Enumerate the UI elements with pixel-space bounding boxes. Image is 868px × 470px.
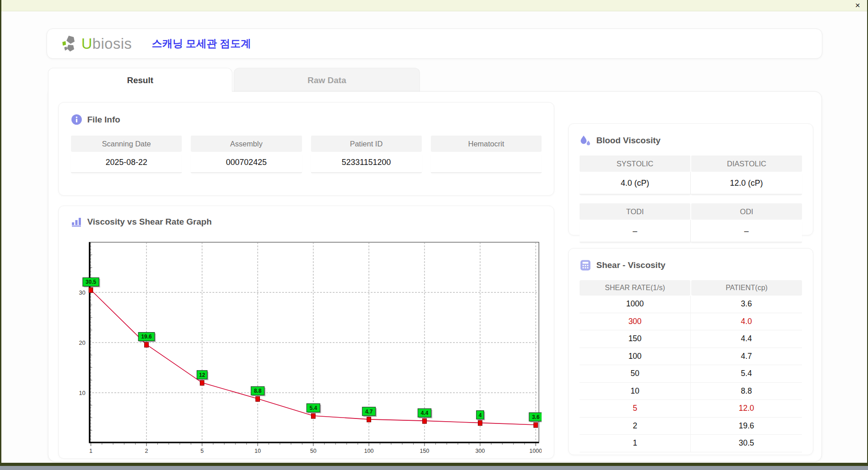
svg-text:8.8: 8.8 (254, 388, 262, 394)
file-info-field: Hematocrit (431, 136, 542, 173)
bv-header-row: SYSTOLICDIASTOLIC (580, 155, 802, 172)
bv-value-row: 4.0 (cP)12.0 (cP) (580, 172, 802, 194)
info-icon (71, 114, 82, 125)
calculator-icon (580, 259, 591, 271)
table-row: 100 4.7 (580, 348, 802, 366)
logo-text-u: U (81, 35, 92, 52)
bv-header: DIASTOLIC (691, 155, 802, 172)
app-window: × Ubiosis 스캐닝 모세관 점도계 Result Raw Data (0, 0, 868, 466)
shear-rate-cell: 150 (580, 330, 691, 348)
shear-rate-cell: 1 (580, 435, 691, 452)
patient-cell: 30.5 (691, 435, 802, 452)
file-info-field: Scanning Date 2025-08-22 (71, 136, 182, 173)
logo-leaf-icon (61, 34, 80, 54)
svg-text:4: 4 (479, 412, 482, 418)
bv-value: – (580, 220, 691, 242)
shear-col-header: SHEAR RATE(1/s) (580, 280, 690, 296)
graph-title: Viscosity vs Shear Rate Graph (87, 217, 212, 227)
bv-header: SYSTOLIC (580, 155, 690, 172)
graph-panel: Viscosity vs Shear Rate Graph 1251050100… (58, 206, 554, 459)
tab-raw-data[interactable]: Raw Data (234, 68, 420, 92)
file-info-title: File Info (87, 115, 120, 125)
shear-rate-cell: 300 (580, 313, 691, 330)
file-info-panel: File Info Scanning Date 2025-08-22 Assem… (58, 102, 554, 196)
tab-result[interactable]: Result (48, 68, 232, 92)
svg-text:5.4: 5.4 (310, 405, 317, 411)
svg-text:150: 150 (420, 448, 429, 454)
svg-text:50: 50 (310, 448, 316, 454)
table-row: 1000 3.6 (580, 296, 802, 313)
svg-text:4.4: 4.4 (421, 410, 429, 416)
svg-text:30: 30 (79, 289, 85, 296)
bv-header: TODI (580, 203, 690, 220)
svg-text:100: 100 (364, 448, 374, 454)
svg-text:20: 20 (79, 339, 85, 346)
field-value: 52331151200 (311, 152, 422, 173)
ubiosis-logo: Ubiosis (61, 34, 132, 54)
file-info-grid: Scanning Date 2025-08-22 Assembly 000702… (71, 136, 542, 173)
svg-text:1: 1 (90, 448, 93, 454)
blood-viscosity-title: Blood Viscosity (596, 136, 660, 146)
patient-cell: 4.4 (691, 330, 802, 348)
bv-value-row: –– (580, 220, 802, 242)
patient-cell: 3.6 (691, 296, 802, 313)
svg-text:10: 10 (255, 448, 261, 454)
titlebar: × (1, 0, 867, 11)
shear-rate-cell: 100 (580, 348, 691, 365)
shear-viscosity-panel: Shear - Viscosity SHEAR RATE(1/s) PATIEN… (568, 248, 813, 455)
bar-chart-icon (71, 216, 82, 227)
result-content: File Info Scanning Date 2025-08-22 Assem… (48, 91, 822, 462)
patient-cell: 4.7 (691, 348, 802, 365)
field-label: Scanning Date (71, 136, 182, 152)
patient-cell: 12.0 (691, 400, 802, 417)
table-row: 1 30.5 (580, 435, 802, 452)
file-info-field: Patient ID 52331151200 (311, 136, 422, 173)
shear-rate-cell: 2 (580, 418, 691, 435)
svg-text:4.7: 4.7 (365, 409, 373, 415)
header: Ubiosis 스캐닝 모세관 점도계 (47, 28, 822, 59)
field-label: Hematocrit (431, 136, 542, 152)
patient-col-header: PATIENT(cp) (691, 280, 802, 296)
logo-text: Ubiosis (81, 35, 132, 52)
field-value: 000702425 (191, 152, 302, 173)
table-row: 50 5.4 (580, 365, 802, 383)
svg-text:12: 12 (199, 372, 205, 378)
shear-rate-cell: 10 (580, 383, 691, 400)
table-row: 2 19.6 (580, 418, 802, 435)
patient-cell: 4.0 (691, 313, 802, 330)
svg-text:300: 300 (476, 448, 485, 454)
shear-viscosity-title: Shear - Viscosity (596, 260, 665, 270)
field-label: Patient ID (311, 136, 422, 152)
svg-text:3.6: 3.6 (532, 414, 540, 420)
field-label: Assembly (191, 136, 302, 152)
svg-text:5: 5 (201, 448, 204, 454)
svg-text:1000: 1000 (529, 448, 542, 454)
patient-cell: 19.6 (691, 418, 802, 435)
patient-cell: 5.4 (691, 365, 802, 382)
close-icon[interactable]: × (853, 0, 863, 10)
table-row: 150 4.4 (580, 330, 802, 348)
bv-header-row: TODIODI (580, 203, 802, 220)
svg-text:30.5: 30.5 (85, 279, 96, 285)
page-title: 스캐닝 모세관 점도계 (152, 37, 251, 51)
table-row: 5 12.0 (580, 400, 802, 418)
patient-cell: 8.8 (691, 383, 802, 400)
svg-text:10: 10 (79, 390, 85, 396)
shear-table-body: 1000 3.6 300 4.0 150 4.4 100 4.7 50 5.4 … (580, 296, 802, 452)
field-value: 2025-08-22 (71, 152, 182, 173)
table-row: 10 8.8 (580, 383, 802, 400)
svg-text:2: 2 (145, 448, 148, 454)
shear-table-header: SHEAR RATE(1/s) PATIENT(cp) (580, 280, 802, 296)
blood-viscosity-panel: Blood Viscosity SYSTOLICDIASTOLIC 4.0 (c… (568, 123, 813, 235)
bv-value: 12.0 (cP) (691, 172, 802, 194)
svg-text:19.6: 19.6 (141, 334, 152, 340)
bv-value: 4.0 (cP) (580, 172, 691, 194)
field-value (431, 152, 542, 173)
shear-rate-cell: 5 (580, 400, 691, 417)
file-info-field: Assembly 000702425 (191, 136, 302, 173)
bv-value: – (691, 220, 802, 242)
shear-rate-cell: 50 (580, 365, 691, 382)
blood-viscosity-grid: SYSTOLICDIASTOLIC 4.0 (cP)12.0 (cP)TODIO… (580, 155, 802, 242)
viscosity-chart: 1251050100150300100010203030.519.6128.85… (71, 232, 542, 454)
table-row: 300 4.0 (580, 313, 802, 331)
